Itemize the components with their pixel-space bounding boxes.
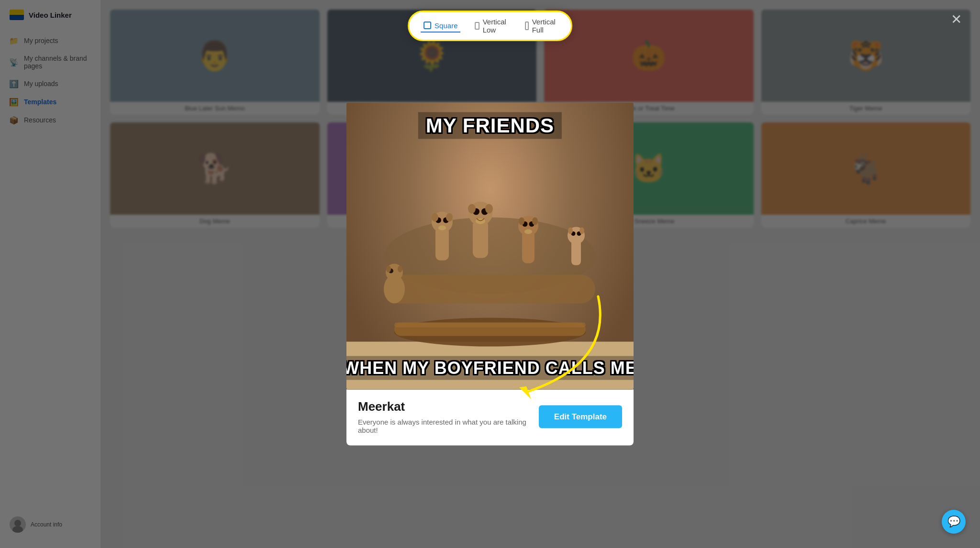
tab-vertical-low[interactable]: Vertical Low — [472, 16, 510, 36]
meme-image: MY FRIENDS WHEN MY BOYFRIEND CALLS ME — [346, 103, 634, 390]
svg-point-35 — [579, 228, 584, 234]
meme-description: Everyone is always interested in what yo… — [358, 418, 539, 434]
svg-point-13 — [432, 213, 438, 222]
svg-point-27 — [519, 218, 524, 225]
svg-point-28 — [532, 218, 538, 225]
close-button[interactable]: ✕ — [947, 10, 966, 29]
svg-point-15 — [438, 226, 446, 230]
format-tabs: Square Vertical Low Vertical Full — [408, 11, 572, 41]
close-icon: ✕ — [951, 11, 962, 27]
svg-point-7 — [386, 266, 391, 273]
vertical-low-icon — [475, 22, 479, 30]
meerkat-scene-svg — [366, 160, 614, 361]
info-panel: Meerkat Everyone is always interested in… — [346, 390, 634, 446]
tab-vertical-low-label: Vertical Low — [483, 18, 508, 34]
tab-square[interactable]: Square — [421, 20, 460, 33]
meme-title: Meerkat — [358, 399, 539, 414]
info-row: Meerkat Everyone is always interested in… — [358, 399, 622, 434]
svg-rect-38 — [394, 323, 586, 328]
svg-rect-3 — [385, 275, 595, 304]
tab-vertical-full[interactable]: Vertical Full — [522, 16, 559, 36]
edit-template-button[interactable]: Edit Template — [539, 405, 622, 428]
modal-dialog: MY FRIENDS WHEN MY BOYFRIEND CALLS ME Me… — [342, 103, 638, 446]
svg-point-34 — [568, 228, 573, 234]
tab-square-label: Square — [434, 22, 457, 30]
svg-point-21 — [485, 204, 493, 214]
chat-button[interactable]: 💬 — [942, 510, 966, 534]
info-text: Meerkat Everyone is always interested in… — [358, 399, 539, 434]
meme-top-text: MY FRIENDS — [418, 112, 562, 139]
svg-point-29 — [524, 230, 532, 234]
svg-point-20 — [468, 204, 476, 214]
tab-vertical-full-label: Vertical Full — [532, 18, 557, 34]
square-checkbox-icon — [423, 22, 431, 29]
svg-point-8 — [398, 266, 402, 273]
vertical-full-icon — [525, 22, 529, 30]
svg-point-14 — [446, 213, 453, 222]
chat-icon: 💬 — [947, 515, 960, 528]
meme-bottom-text: WHEN MY BOYFRIEND CALLS ME — [346, 356, 634, 380]
